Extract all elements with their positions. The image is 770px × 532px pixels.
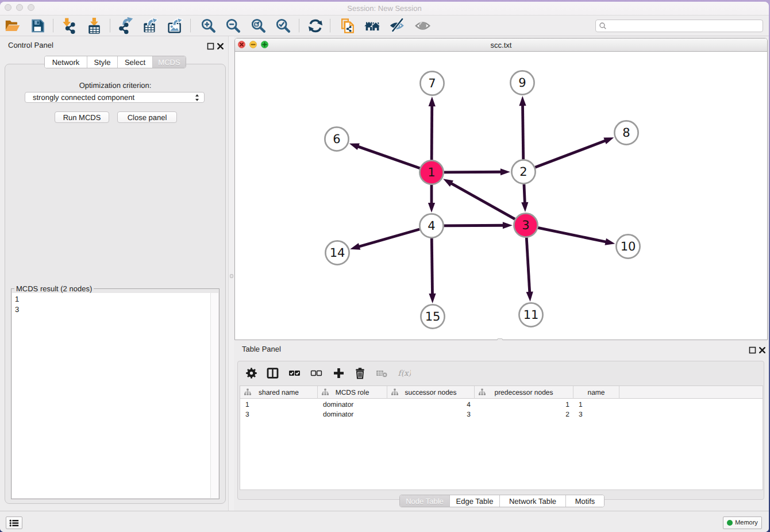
graph-edge-1-2[interactable] xyxy=(444,172,502,172)
search-input[interactable] xyxy=(607,21,763,31)
panel-splitter[interactable] xyxy=(228,36,234,511)
cell-shared-name[interactable]: 1 xyxy=(245,400,318,408)
open-icon xyxy=(4,17,21,34)
graph-edge-4-15[interactable] xyxy=(432,238,432,295)
criterion-dropdown[interactable]: strongly connected component xyxy=(25,92,205,103)
graph-edge-arrowhead xyxy=(605,238,615,245)
network-window-titlebar[interactable]: scc.txt xyxy=(235,38,767,52)
column-type-icon xyxy=(391,388,399,396)
graph-node-label-4: 4 xyxy=(428,219,435,233)
tab-style[interactable]: Style xyxy=(87,56,118,68)
graph-edge-arrowhead xyxy=(443,179,453,187)
export-image-button[interactable] xyxy=(166,17,184,35)
graph-edge-1-6[interactable] xyxy=(357,147,420,168)
show-details-button[interactable] xyxy=(414,17,433,35)
column-header-label: name xyxy=(587,388,605,396)
mcds-result-item[interactable]: 1 xyxy=(12,294,218,304)
mcds-result-scrollbar[interactable] xyxy=(210,293,218,498)
zoom-in-button[interactable] xyxy=(199,17,218,35)
zoom-out-icon xyxy=(225,17,242,34)
clone-network-button[interactable] xyxy=(338,17,357,35)
graph-edge-2-3[interactable] xyxy=(524,184,525,203)
uncheckall-icon xyxy=(310,367,322,379)
cell-name[interactable]: 1 xyxy=(579,400,619,408)
cell-MCDS-role[interactable]: dominator xyxy=(323,410,387,418)
tab-mcds[interactable]: MCDS xyxy=(153,56,186,68)
toolbar-separator xyxy=(190,19,191,32)
cell-predecessor-nodes[interactable]: 2 xyxy=(475,410,569,418)
graph-edge-1-7[interactable] xyxy=(432,105,432,160)
cell-successor-nodes[interactable]: 4 xyxy=(387,400,471,408)
fit-content-button[interactable] xyxy=(249,17,268,35)
open-session-button[interactable] xyxy=(3,17,22,35)
column-header-predecessor-nodes[interactable]: predecessor nodes xyxy=(475,386,573,399)
create-column-button[interactable] xyxy=(332,366,345,380)
graph-edge-3-10[interactable] xyxy=(538,228,607,242)
cell-MCDS-role[interactable]: dominator xyxy=(323,400,387,408)
tab-motifs[interactable]: Motifs xyxy=(566,495,604,507)
cell-successor-nodes[interactable]: 3 xyxy=(387,410,471,418)
network-window: scc.txt 1234678910111415 xyxy=(234,38,768,340)
table-row-1[interactable]: 1dominator411 xyxy=(240,399,763,409)
show-columns-button[interactable] xyxy=(265,366,279,380)
mcds-result-list[interactable]: 13 xyxy=(12,293,218,498)
unselect-all-columns-button[interactable] xyxy=(309,366,323,380)
first-neighbors-button[interactable] xyxy=(363,17,382,35)
graph-edge-3-11[interactable] xyxy=(526,238,530,293)
app-title: Session: New Session xyxy=(0,4,769,13)
column-header-successor-nodes[interactable]: successor nodes xyxy=(387,386,475,399)
search-field[interactable] xyxy=(595,20,763,32)
export-table-button[interactable] xyxy=(141,17,160,35)
table-settings-button[interactable] xyxy=(244,366,258,380)
optimization-criterion-label: Optimization criterion: xyxy=(5,81,225,90)
control-panel-close-button[interactable] xyxy=(217,43,224,50)
cell-shared-name[interactable]: 3 xyxy=(245,410,318,418)
mcds-result-item[interactable]: 3 xyxy=(12,304,218,315)
splitter-grip[interactable] xyxy=(230,274,233,278)
graph-edge-arrowhead xyxy=(503,222,513,229)
tab-node-table[interactable]: Node Table xyxy=(400,495,450,507)
import-table-button[interactable] xyxy=(85,17,103,35)
select-all-columns-button[interactable] xyxy=(287,366,301,380)
tab-select[interactable]: Select xyxy=(118,56,153,68)
zoom-selected-button[interactable] xyxy=(274,17,292,35)
hide-details-button[interactable] xyxy=(388,17,407,35)
control-panel-float-button[interactable] xyxy=(207,43,214,50)
close-panel-button[interactable]: Close panel xyxy=(117,111,177,123)
tab-edge-table[interactable]: Edge Table xyxy=(450,495,500,507)
graph-edge-2-9[interactable] xyxy=(522,105,523,159)
run-mcds-button[interactable]: Run MCDS xyxy=(55,111,109,123)
apply-layout-button[interactable] xyxy=(306,17,325,35)
toolbar-separator xyxy=(330,19,330,32)
task-history-button[interactable] xyxy=(6,516,22,529)
table-row-2[interactable]: 3dominator323 xyxy=(240,409,763,419)
import-network-button[interactable] xyxy=(60,17,79,35)
delete-column-button[interactable] xyxy=(353,366,367,380)
graph-edge-arrowhead xyxy=(603,137,614,144)
save-session-button[interactable] xyxy=(29,17,47,35)
column-header-shared-name[interactable]: shared name xyxy=(240,386,318,399)
cell-name[interactable]: 3 xyxy=(579,410,619,418)
hide-eye-icon xyxy=(389,17,406,34)
table-panel-float-button[interactable] xyxy=(749,346,756,354)
network-window-title: scc.txt xyxy=(235,41,767,49)
tab-network[interactable]: Network xyxy=(45,56,87,68)
task-list-icon xyxy=(9,519,19,527)
graph-edge-arrowhead xyxy=(349,144,360,151)
trash-icon xyxy=(354,367,366,379)
tab-network-table[interactable]: Network Table xyxy=(500,495,566,507)
zoom-out-button[interactable] xyxy=(224,17,242,35)
dropdown-arrows-icon xyxy=(195,94,199,103)
memory-button[interactable]: Memory xyxy=(723,516,762,529)
plus-icon xyxy=(333,367,345,379)
graph-edge-4-3[interactable] xyxy=(444,225,504,226)
column-header-MCDS-role[interactable]: MCDS role xyxy=(318,386,387,399)
table-panel-close-button[interactable] xyxy=(759,346,766,354)
column-header-name[interactable]: name xyxy=(573,386,619,399)
graph-edge-4-14[interactable] xyxy=(359,229,420,247)
cell-predecessor-nodes[interactable]: 1 xyxy=(475,400,569,408)
graph-edge-3-1[interactable] xyxy=(451,183,515,219)
export-network-button[interactable] xyxy=(117,17,135,35)
graph-edge-2-8[interactable] xyxy=(535,141,606,168)
network-canvas[interactable]: 1234678910111415 xyxy=(235,52,767,340)
